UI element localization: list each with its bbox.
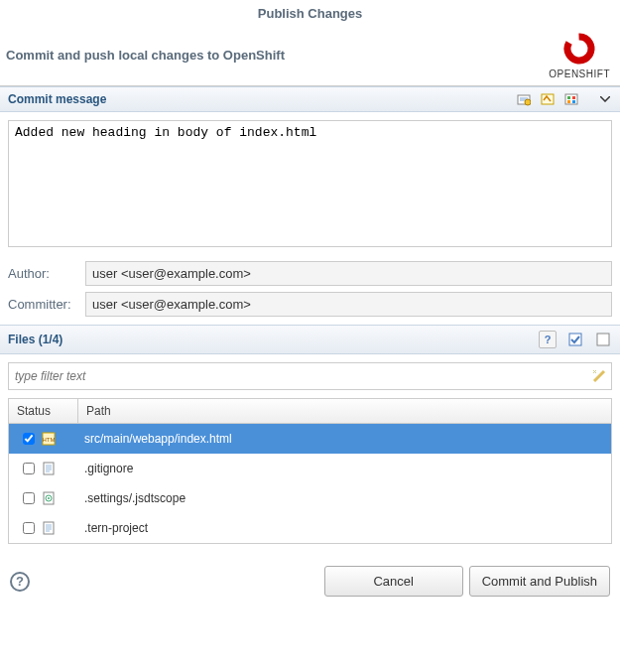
column-status[interactable]: Status [9,399,78,423]
svg-rect-3 [542,94,554,104]
row-path: src/main/webapp/index.html [84,432,605,446]
author-row: Author: [0,258,620,289]
commit-message-input[interactable] [8,120,612,247]
table-row[interactable]: .settings/.jsdtscope [9,483,611,513]
author-input[interactable] [85,261,612,286]
author-label: Author: [8,266,85,281]
committer-label: Committer: [8,297,85,312]
unknown-icon[interactable]: ? [539,331,557,348]
text-file-icon [42,462,56,475]
svg-rect-13 [44,463,54,474]
svg-text:HTM: HTM [43,437,56,443]
svg-rect-17 [44,522,54,534]
table-row[interactable]: HTMsrc/main/webapp/index.html [9,424,611,454]
table-row[interactable]: .gitignore [9,454,611,483]
svg-rect-6 [572,96,575,99]
uncheck-all-icon[interactable] [594,331,612,348]
file-table: Status Path HTMsrc/main/webapp/index.htm… [8,398,612,544]
table-row[interactable]: .tern-project [9,513,611,543]
help-icon[interactable]: ? [10,572,30,592]
settings-file-icon [42,491,56,505]
row-path: .tern-project [84,521,605,535]
svg-point-0 [563,33,596,66]
openshift-logo-icon [561,31,597,67]
button-group: Cancel Commit and Publish [324,566,610,597]
commit-section-title: Commit message [8,92,106,106]
header: Commit and push local changes to OpenShi… [0,25,620,86]
cancel-button[interactable]: Cancel [324,566,463,597]
commit-toolbar [517,92,612,106]
header-description: Commit and push local changes to OpenShi… [6,48,285,63]
row-checkbox[interactable] [23,522,35,534]
files-section-title: Files (1/4) [8,333,62,346]
row-checkbox[interactable] [23,433,35,445]
svg-rect-7 [567,100,570,103]
openshift-logo-text: OPENSHIFT [549,68,610,79]
svg-point-2 [525,99,531,105]
committer-input[interactable] [85,292,612,317]
expand-icon[interactable] [598,92,612,106]
table-header: Status Path [9,399,611,424]
commit-section-header: Commit message [0,86,620,112]
html-file-icon: HTM [42,432,56,446]
svg-rect-9 [569,334,581,345]
openshift-logo: OPENSHIFT [549,31,610,79]
commit-publish-button[interactable]: Commit and Publish [469,566,610,597]
table-body: HTMsrc/main/webapp/index.html.gitignore.… [9,424,611,543]
files-toolbar: ? [539,331,612,348]
svg-rect-4 [565,94,577,104]
svg-rect-5 [567,96,570,99]
row-checkbox[interactable] [23,463,35,474]
row-checkbox[interactable] [23,492,35,504]
window-title: Publish Changes [0,0,620,25]
commit-body [0,112,620,258]
text-file-icon [42,521,56,535]
filter-input[interactable] [9,363,587,389]
signoff-icon[interactable] [541,92,555,106]
committer-row: Committer: [0,289,620,325]
files-section-header: Files (1/4) ? [0,325,620,354]
row-path: .settings/.jsdtscope [84,491,605,505]
clear-filter-icon[interactable] [587,363,611,389]
svg-rect-10 [597,334,609,345]
check-all-icon[interactable] [566,331,584,348]
filter-row [8,362,612,390]
svg-point-16 [48,497,50,499]
column-path[interactable]: Path [78,399,611,423]
history-icon[interactable] [517,92,531,106]
bottom-bar: ? Cancel Commit and Publish [0,552,620,606]
row-path: .gitignore [84,462,605,475]
changeid-icon[interactable] [564,92,578,106]
files-body: Status Path HTMsrc/main/webapp/index.htm… [0,354,620,552]
svg-rect-8 [572,100,575,103]
